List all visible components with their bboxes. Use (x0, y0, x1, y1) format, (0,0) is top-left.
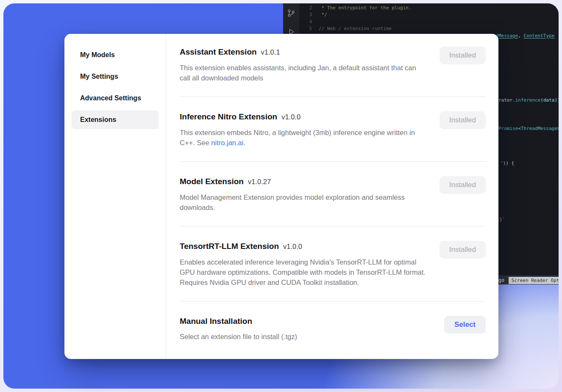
line-number: 3 (299, 12, 312, 17)
installed-button[interactable]: Installed (440, 241, 486, 259)
extension-section-manual-installation: Manual InstallationSelect an extension f… (180, 301, 486, 342)
extension-info: TensortRT-LLM Extensionv1.0.0Enables acc… (180, 241, 428, 287)
extension-section-assistant-extension: Assistant Extensionv1.0.1This extension … (180, 47, 486, 97)
sidebar-item-my-settings[interactable]: My Settings (72, 67, 159, 86)
installed-button[interactable]: Installed (440, 111, 486, 129)
extension-section-model-extension: Model Extensionv1.0.27Model Management E… (180, 162, 486, 226)
extension-info: Inference Nitro Extensionv1.0.0This exte… (180, 111, 428, 148)
installed-button[interactable]: Installed (440, 47, 486, 64)
line-number: 5 (299, 26, 312, 31)
code-line: 5// Web / extension runtime (299, 25, 559, 33)
status-file-label: go (498, 277, 504, 283)
extension-heading: Model Extensionv1.0.27 (180, 176, 428, 187)
extension-heading: Inference Nitro Extensionv1.0.0 (180, 111, 428, 122)
code-line: 4 (299, 18, 559, 25)
sidebar-item-extensions[interactable]: Extensions (72, 110, 159, 129)
extension-title: Manual Installation (180, 317, 252, 326)
extension-info: Manual InstallationSelect an extension f… (180, 316, 297, 342)
code-fragment: Promise<ThreadMessage> (498, 126, 559, 131)
extension-title: Inference Nitro Extension (180, 112, 277, 121)
sidebar-item-my-models[interactable]: My Models (72, 46, 159, 64)
line-number: 2 (299, 5, 312, 11)
extension-description: This extension embeds Nitro, a lightweig… (180, 127, 428, 148)
extension-title: Model Extension (180, 177, 244, 186)
extension-heading: TensortRT-LLM Extensionv1.0.0 (180, 241, 428, 252)
nitro-jan-ai-link[interactable]: nitro.jan.ai (211, 139, 243, 146)
extension-info: Assistant Extensionv1.0.1This extension … (180, 47, 428, 83)
settings-modal: My ModelsMy SettingsAdvanced SettingsExt… (64, 34, 498, 359)
extension-version: v1.0.1 (261, 48, 280, 56)
installed-button[interactable]: Installed (440, 176, 486, 194)
extension-section-inference-nitro-extension: Inference Nitro Extensionv1.0.0This exte… (180, 97, 486, 162)
extension-version: v1.0.27 (248, 178, 271, 185)
select-button[interactable]: Select (444, 316, 486, 334)
extension-description: Enables accelerated inference leveraging… (180, 257, 428, 287)
line-number: 4 (299, 19, 312, 25)
extension-version: v1.0.0 (283, 243, 302, 250)
extension-heading: Assistant Extensionv1.0.1 (180, 47, 428, 58)
sidebar-item-advanced-settings[interactable]: Advanced Settings (72, 89, 159, 108)
extension-description: Model Management Extension provides mode… (180, 192, 428, 213)
extensions-list: Assistant Extensionv1.0.1This extension … (166, 34, 498, 359)
extension-info: Model Extensionv1.0.27Model Management E… (180, 176, 428, 213)
source-control-icon[interactable] (287, 8, 296, 18)
page-background: 2 * The entrypoint for the plugin.3 */45… (0, 0, 562, 392)
extension-version: v1.0.0 (281, 113, 300, 121)
extension-heading: Manual Installation (180, 316, 297, 326)
extension-section-tensortrt-llm-extension: TensortRT-LLM Extensionv1.0.0Enables acc… (180, 226, 486, 301)
extension-description: Select an extension file to install (.tg… (180, 331, 297, 342)
screen-reader-badge: Screen Reader Optimized (509, 277, 559, 284)
code-line: 2 * The entrypoint for the plugin. (299, 4, 559, 11)
sidebar-nav: My ModelsMy SettingsAdvanced SettingsExt… (64, 34, 166, 359)
extension-description: This extension enables assistants, inclu… (180, 63, 428, 83)
extension-title: Assistant Extension (180, 47, 257, 56)
code-line: 3 */ (299, 11, 559, 19)
extension-title: TensortRT-LLM Extension (180, 242, 279, 251)
code-fragment: rator.inference(data)); (498, 97, 559, 103)
code-fragment: ')) { (500, 160, 514, 166)
